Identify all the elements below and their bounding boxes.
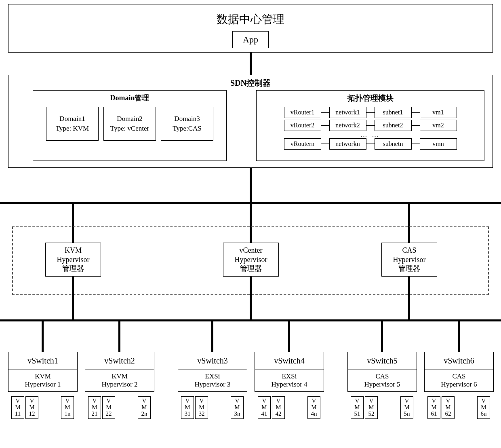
vm-box: VM62 xyxy=(442,396,455,419)
vm-row-3: VM31 VM32 VM3n xyxy=(181,396,244,419)
connector-line xyxy=(211,319,213,352)
vm-row-2: VM21 VM22 VM2n xyxy=(88,396,151,419)
vm-box: VM6n xyxy=(477,396,490,419)
vm-box: VM12 xyxy=(25,396,38,419)
vm-box: VM32 xyxy=(195,396,208,419)
connector-line xyxy=(250,277,252,319)
connector-line xyxy=(118,319,120,352)
vm-box: VM3n xyxy=(231,396,244,419)
topo-ellipsis: … … xyxy=(261,133,480,137)
vm-box: VM31 xyxy=(181,396,194,419)
connector-line xyxy=(250,53,252,75)
connector-line xyxy=(42,319,44,352)
topo-row-n: vRoutern networkn subnetn vmn xyxy=(261,138,480,150)
vm-row-5: VM51 VM52 VM5n xyxy=(351,396,413,419)
vm-box: VM22 xyxy=(102,396,115,419)
vm-row-1: VM11 VM12 VM1n xyxy=(11,396,74,419)
vswitch-1: vSwitch1 KVMHypervisor 1 xyxy=(8,352,78,392)
connector-line xyxy=(381,319,383,352)
sdn-controller-box: SDN控制器 Domain管理 Domain1 Type: KVM Domain… xyxy=(8,75,493,168)
vm-box: VM2n xyxy=(138,396,151,419)
datacenter-mgmt-title: 数据中心管理 xyxy=(217,12,284,27)
connector-line xyxy=(408,277,410,319)
vswitch-2: vSwitch2 KVMHypervisor 2 xyxy=(85,352,154,392)
vswitch-3: vSwitch3 EXSiHypervisor 3 xyxy=(178,352,247,392)
vm-box: VM21 xyxy=(88,396,101,419)
vm-box: VM1n xyxy=(61,396,74,419)
topology-mgmt-box: 拓扑管理模块 vRouter1 network1 subnet1 vm1 vRo… xyxy=(256,90,484,161)
hv-mgr-kvm: KVM Hypervisor 管理器 xyxy=(45,243,101,277)
topology-title: 拓扑管理模块 xyxy=(261,92,480,105)
vm-box: VM11 xyxy=(11,396,24,419)
datacenter-mgmt-box: 数据中心管理 App xyxy=(8,4,493,53)
vswitch-5: vSwitch5 CASHypervisor 5 xyxy=(347,352,417,392)
domain-item-2: Domain2 Type: vCenter xyxy=(103,107,156,141)
domain-mgmt-title: Domain管理 xyxy=(33,91,226,107)
app-box: App xyxy=(232,31,269,48)
domain-mgmt-box: Domain管理 Domain1 Type: KVM Domain2 Type:… xyxy=(33,90,227,161)
connector-line xyxy=(72,277,74,319)
hv-mgr-vcenter: vCenter Hypervisor 管理器 xyxy=(223,243,279,277)
vswitch-6: vSwitch6 CASHypervisor 6 xyxy=(424,352,494,392)
bus-2 xyxy=(0,319,501,321)
connector-line xyxy=(250,168,252,202)
hv-mgr-cas: CAS Hypervisor 管理器 xyxy=(381,243,437,277)
domain-item-3: Domain3 Type:CAS xyxy=(161,107,213,141)
topo-row-1: vRouter1 network1 subnet1 vm1 xyxy=(261,107,480,118)
topo-row-2: vRouter2 network2 subnet2 vm2 xyxy=(261,120,480,131)
vm-box: VM61 xyxy=(427,396,440,419)
vm-box: VM5n xyxy=(400,396,413,419)
vm-box: VM41 xyxy=(258,396,271,419)
vm-row-6: VM61 VM62 VM6n xyxy=(427,396,490,419)
domain-item-1: Domain1 Type: KVM xyxy=(46,107,99,141)
vm-box: VM42 xyxy=(272,396,285,419)
vswitch-4: vSwitch4 EXSiHypervisor 4 xyxy=(255,352,324,392)
vm-row-4: VM41 VM42 VM4n xyxy=(258,396,320,419)
connector-line xyxy=(288,319,290,352)
vm-box: VM4n xyxy=(307,396,320,419)
sdn-title: SDN控制器 xyxy=(8,75,493,90)
vm-box: VM52 xyxy=(365,396,378,419)
connector-line xyxy=(458,319,460,352)
vm-box: VM51 xyxy=(351,396,364,419)
